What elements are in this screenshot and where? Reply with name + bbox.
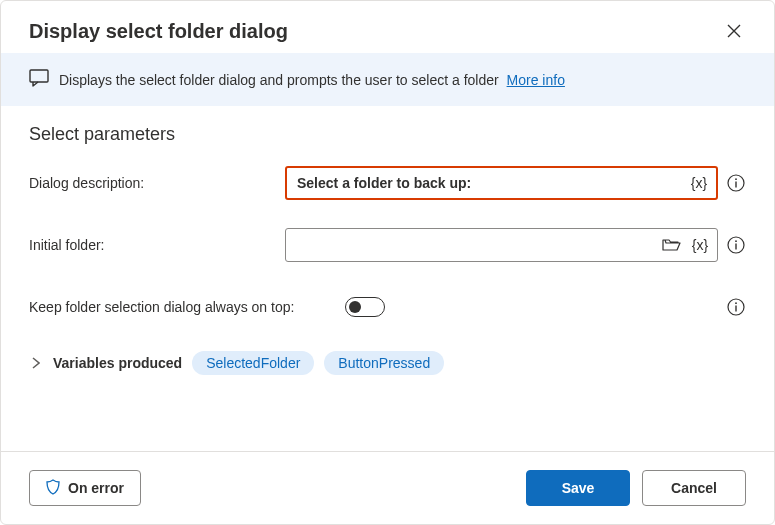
variable-chip-buttonpressed[interactable]: ButtonPressed [324,351,444,375]
on-error-button[interactable]: On error [29,470,141,506]
dialog-header: Display select folder dialog [1,1,774,53]
more-info-link[interactable]: More info [507,72,565,88]
dialog-description-label: Dialog description: [29,174,269,192]
svg-rect-9 [735,306,736,312]
variable-chip-selectedfolder[interactable]: SelectedFolder [192,351,314,375]
comment-icon [29,69,49,90]
close-icon[interactable] [722,19,746,43]
dialog-footer: On error Save Cancel [1,451,774,524]
svg-point-5 [735,240,737,242]
cancel-label: Cancel [671,480,717,496]
save-label: Save [562,480,595,496]
svg-point-2 [735,178,737,180]
info-bar-text: Displays the select folder dialog and pr… [59,72,565,88]
chevron-right-icon[interactable] [29,356,43,370]
section-title: Select parameters [29,124,746,145]
svg-rect-6 [735,244,736,250]
dialog-description-input[interactable]: Select a folder to back up: {x} [285,166,718,200]
svg-point-8 [735,302,737,304]
field-initial-folder: Initial folder: {x} [29,227,746,263]
info-bar: Displays the select folder dialog and pr… [1,53,774,106]
on-error-label: On error [68,480,124,496]
save-button[interactable]: Save [526,470,630,506]
cancel-button[interactable]: Cancel [642,470,746,506]
folder-open-icon[interactable] [661,234,683,256]
content-area: Select parameters Dialog description: Se… [1,106,774,451]
svg-rect-3 [735,182,736,188]
always-on-top-toggle[interactable] [345,297,385,317]
always-on-top-label: Keep folder selection dialog always on t… [29,298,329,316]
dialog-description-value: Select a folder to back up: [297,175,682,191]
dialog: Display select folder dialog Displays th… [0,0,775,525]
info-icon[interactable] [726,173,746,193]
svg-rect-0 [30,70,48,82]
field-always-on-top: Keep folder selection dialog always on t… [29,289,746,325]
shield-icon [46,479,60,498]
initial-folder-label: Initial folder: [29,236,269,254]
dialog-title: Display select folder dialog [29,20,288,43]
toggle-knob [349,301,361,313]
info-bar-message: Displays the select folder dialog and pr… [59,72,499,88]
info-icon[interactable] [726,297,746,317]
field-dialog-description: Dialog description: Select a folder to b… [29,165,746,201]
info-icon[interactable] [726,235,746,255]
variables-label: Variables produced [53,355,182,371]
initial-folder-input[interactable]: {x} [285,228,718,262]
variables-produced-row: Variables produced SelectedFolder Button… [29,351,746,375]
variable-icon[interactable]: {x} [689,234,711,256]
variable-icon[interactable]: {x} [688,172,710,194]
